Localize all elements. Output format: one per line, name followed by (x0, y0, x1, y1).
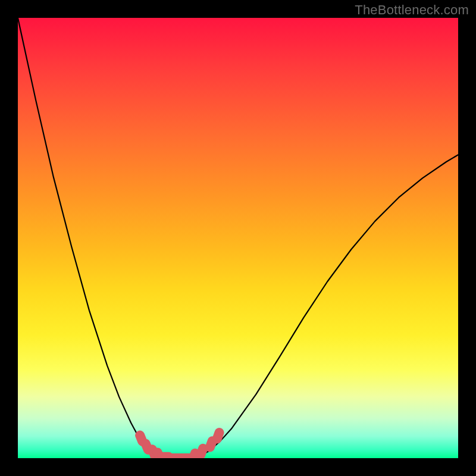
curve-left-branch (18, 18, 173, 458)
watermark-text: TheBottleneck.com (355, 2, 469, 18)
plot-area (18, 18, 458, 458)
curve-layer (18, 18, 458, 458)
chart-frame: TheBottleneck.com (0, 0, 476, 476)
curve-right-branch (196, 155, 458, 458)
